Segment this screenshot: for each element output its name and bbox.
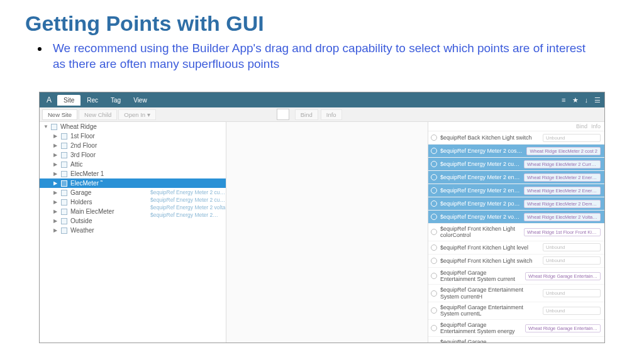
tree-item[interactable]: ▶Holders: [40, 197, 226, 207]
expand-right-icon: ▶: [53, 171, 58, 177]
point-label: $equipRef Garage Entertainment System en…: [440, 339, 522, 343]
expand-right-icon: ▶: [53, 133, 58, 139]
tree-item[interactable]: ▶1st Floor: [40, 131, 226, 141]
tree-item[interactable]: ▶Weather: [40, 226, 226, 235]
tree-item[interactable]: ▶Attic: [40, 160, 226, 169]
tree-root[interactable]: ▼ Wheat Ridge: [40, 122, 226, 131]
folder-icon: [61, 133, 67, 140]
point-row[interactable]: $equipRef Garage Entertainment System cu…: [428, 285, 604, 302]
point-row[interactable]: $equipRef Garage Entertainment System cu…: [428, 268, 604, 285]
tree-item-label: Weather: [70, 227, 94, 234]
expand-right-icon: ▶: [53, 209, 58, 214]
point-radio-icon[interactable]: [431, 290, 437, 297]
menubar-icon[interactable]: ↓: [585, 96, 589, 104]
tree-item-label: Outside: [70, 217, 92, 224]
point-radio-icon[interactable]: [431, 214, 437, 220]
point-radio-icon[interactable]: [431, 325, 437, 331]
menu-tab-rec[interactable]: Rec: [80, 95, 104, 106]
bind-button[interactable]: Bind: [295, 109, 318, 120]
tree-item[interactable]: ▶Main ElecMeter: [40, 207, 226, 216]
folder-icon: [61, 143, 67, 149]
point-row[interactable]: $equipRef Garage Entertainment System cu…: [428, 302, 604, 320]
slide-title: Getting Points with GUI: [25, 11, 619, 36]
info-button[interactable]: Info: [321, 109, 342, 120]
folder-icon: [61, 228, 67, 234]
open-in-button[interactable]: Open In ▾: [118, 109, 155, 120]
point-label: $equipRef Garage Entertainment System cu…: [440, 287, 540, 300]
point-radio-icon[interactable]: [431, 161, 437, 167]
point-radio-icon[interactable]: [431, 258, 437, 264]
tree-item[interactable]: ▶3rd Floor: [40, 150, 226, 160]
tree-item[interactable]: ▶2nd Floor: [40, 141, 226, 150]
points-header-info: Info: [591, 123, 601, 129]
expand-down-icon: ▼: [43, 124, 48, 129]
folder-icon: [61, 171, 67, 177]
point-label: $equipRef Front Kitchen Light switch: [440, 258, 540, 264]
menu-tab-view[interactable]: View: [127, 95, 153, 106]
expand-right-icon: ▶: [53, 162, 58, 167]
menu-tab-tag[interactable]: Tag: [104, 95, 127, 106]
tree-item[interactable]: ▶Outside: [40, 216, 226, 226]
expand-right-icon: ▶: [53, 199, 58, 205]
folder-icon: [61, 180, 67, 187]
menu-tab-site[interactable]: Site: [57, 95, 80, 106]
point-label: $equipRef Energy Meter 2 cost…: [440, 148, 523, 154]
bullet-icon: [38, 47, 42, 51]
folder-icon: [51, 124, 57, 130]
tree-item-label: Garage: [70, 189, 91, 196]
new-child-button[interactable]: New Child: [79, 109, 117, 120]
point-radio-icon[interactable]: [431, 187, 437, 194]
menubar-icon[interactable]: ≡: [562, 96, 565, 104]
tree-item-label: ElecMeter ˜: [70, 180, 103, 187]
point-row[interactable]: $equipRef Energy Meter 2 energyWheat Rid…: [428, 171, 604, 184]
tree-item-label: 2nd Floor: [70, 142, 97, 149]
app-toolbar: New Site New Child Open In ▾ Bind Info: [40, 107, 604, 122]
app-logo-icon: A: [43, 96, 55, 104]
point-row[interactable]: $equipRef Garage Entertainment System en…: [428, 337, 604, 343]
point-row[interactable]: $equipRef Garage Entertainment System en…: [428, 320, 604, 337]
tree-item[interactable]: ▶Garage: [40, 188, 226, 197]
point-row[interactable]: $equipRef Energy Meter 2 energyDurationW…: [428, 184, 604, 197]
slide-bullet: We recommend using the Builder App's dra…: [38, 41, 619, 72]
point-radio-icon[interactable]: [431, 174, 437, 180]
point-label: $equipRef Back Kitchen Light switch: [440, 134, 540, 141]
point-radio-icon[interactable]: [431, 307, 437, 314]
tree-item[interactable]: ▶ElecMeter 1: [40, 169, 226, 178]
point-row[interactable]: $equipRef Back Kitchen Light switchUnbou…: [428, 131, 604, 145]
point-radio-icon[interactable]: [431, 273, 437, 279]
new-site-button[interactable]: New Site: [42, 109, 77, 120]
point-label: $equipRef Energy Meter 2 energyDuration: [440, 187, 521, 194]
point-label: $equipRef Front Kitchen Light level: [440, 244, 540, 251]
point-row[interactable]: $equipRef Front Kitchen Light levelUnbou…: [428, 241, 604, 255]
points-pane: Bind Info $equipRef Back Kitchen Light s…: [428, 122, 604, 343]
point-radio-icon[interactable]: [431, 134, 437, 141]
folder-icon: [61, 190, 67, 196]
point-radio-icon[interactable]: [431, 229, 437, 235]
point-binding-badge: Wheat Ridge 1st Floor Front Kitche…: [524, 228, 601, 236]
expand-right-icon: ▶: [53, 190, 58, 195]
expand-right-icon: ▶: [53, 228, 58, 233]
point-label: $equipRef Energy Meter 2 power: [440, 200, 521, 207]
point-binding-badge: Unbound: [543, 243, 601, 251]
toolbar-square-icon[interactable]: [277, 109, 289, 120]
point-row[interactable]: $equipRef Energy Meter 2 powerWheat Ridg…: [428, 197, 604, 211]
point-row[interactable]: $equipRef Energy Meter 2 currentWheat Ri…: [428, 158, 604, 171]
point-radio-icon[interactable]: [431, 148, 437, 154]
site-tree-pane: ▼ Wheat Ridge ▶1st Floor▶2nd Floor▶3rd F…: [40, 122, 226, 343]
point-row[interactable]: $equipRef Energy Meter 2 voltageWheat Ri…: [428, 211, 604, 224]
point-binding-badge: Wheat Ridge Garage Entertain…: [525, 272, 601, 280]
point-row[interactable]: $equipRef Front Kitchen Light colorContr…: [428, 224, 604, 241]
app-menubar: A SiteRecTagView ≡★↓☰: [40, 92, 604, 107]
point-row[interactable]: $equipRef Front Kitchen Light switchUnbo…: [428, 255, 604, 268]
detail-pane: [226, 122, 428, 343]
point-binding-badge: Wheat Ridge ElecMeter 2 Demand 2: [524, 200, 601, 208]
point-binding-badge: Wheat Ridge ElecMeter 2 Energy…: [524, 187, 601, 195]
point-radio-icon[interactable]: [431, 244, 437, 251]
folder-icon: [61, 199, 67, 206]
menubar-icon[interactable]: ★: [572, 96, 579, 104]
point-label: $equipRef Energy Meter 2 energy: [440, 174, 521, 180]
point-radio-icon[interactable]: [431, 200, 437, 207]
tree-item[interactable]: ▶ElecMeter ˜: [40, 178, 226, 188]
menubar-icon[interactable]: ☰: [594, 96, 601, 104]
point-row[interactable]: $equipRef Energy Meter 2 cost…Wheat Ridg…: [428, 145, 604, 158]
